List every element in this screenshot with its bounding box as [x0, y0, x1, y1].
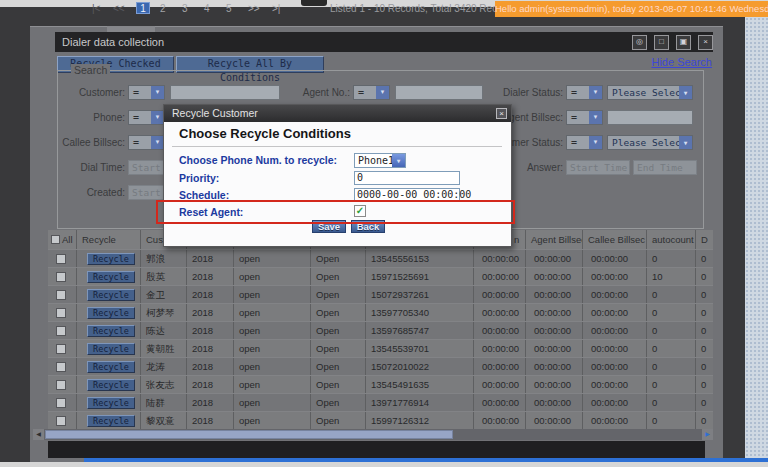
agent-billsec-operator-select[interactable]: =▼ [566, 110, 603, 125]
cell-year: 2018 [186, 340, 233, 357]
cell-autocount: 0 [646, 394, 695, 411]
cell-recycle: Recycle [76, 412, 140, 429]
cell-select [48, 412, 76, 429]
phone-num-select[interactable]: Phone1 ▼ [354, 153, 406, 168]
cell-status-open: open [233, 340, 310, 357]
restore-icon[interactable]: □ [654, 35, 669, 50]
cell-clipped: 0 [695, 376, 713, 393]
close-icon[interactable]: × [698, 35, 713, 50]
pager-last[interactable]: >| [272, 0, 280, 17]
cell-status-open2: Open [310, 286, 365, 303]
cell-status-open: open [233, 376, 310, 393]
pager-prev[interactable]: << [113, 0, 125, 17]
agent-billsec-input[interactable] [607, 110, 693, 125]
recycle-button[interactable]: Recycle [87, 343, 135, 355]
cell-agent-billsec: 00:00:00 [525, 394, 582, 411]
row-checkbox[interactable] [56, 380, 66, 390]
recycle-button[interactable]: Recycle [87, 397, 135, 409]
answer-end-input[interactable]: End Time [633, 160, 697, 175]
cell-clipped: 0 [695, 412, 713, 429]
scroll-right-icon[interactable]: ▶ [702, 429, 713, 440]
cell-agent-billsec: 00:00:00 [525, 358, 582, 375]
modal-close-icon[interactable]: × [496, 108, 507, 119]
table-row: Recycle殷英2018openOpen1597152569100:00:00… [48, 267, 713, 285]
recycle-button[interactable]: Recycle [87, 253, 135, 265]
cell-status-open2: Open [310, 412, 365, 429]
cell-status-open2: Open [310, 394, 365, 411]
cell-duration: 00:00:00 [473, 412, 525, 429]
phone-operator-select[interactable]: =▼ [128, 110, 165, 125]
recycle-button[interactable]: Recycle [87, 379, 135, 391]
select-all-checkbox[interactable] [51, 235, 60, 244]
table-row: Recycle黎双意2018openOpen1599712631200:00:0… [48, 411, 713, 429]
cell-customer: 黎双意 [140, 412, 186, 429]
cell-phone: 13597685747 [365, 322, 473, 339]
screen: Hello admin(systemadmin), today 2013-08-… [0, 0, 768, 467]
row-checkbox[interactable] [56, 254, 66, 264]
dialer-status-select[interactable]: Please Select▼ [607, 85, 693, 100]
recycle-button[interactable]: Recycle [87, 361, 135, 373]
answer-start-input[interactable]: Start Time [566, 160, 630, 175]
cell-status-open2: Open [310, 322, 365, 339]
cell-status-open2: Open [310, 304, 365, 321]
scrollbar-thumb[interactable] [45, 430, 453, 439]
pager-page-4[interactable]: 4 [204, 0, 210, 17]
cell-select [48, 322, 76, 339]
cell-callee-billsec: 00:00:00 [582, 412, 646, 429]
customer-input[interactable] [170, 85, 280, 100]
row-checkbox[interactable] [56, 272, 66, 282]
pager-first[interactable]: |< [92, 0, 100, 17]
customer-operator-select[interactable]: =▼ [128, 85, 165, 100]
dialer-status-operator-select[interactable]: =▼ [566, 85, 603, 100]
table-row: Recycle陆群2018openOpen1397177691400:00:00… [48, 393, 713, 411]
hide-search-link[interactable]: Hide Search [646, 56, 712, 70]
recycle-button[interactable]: Recycle [87, 325, 135, 337]
cell-customer: 殷英 [140, 268, 186, 285]
callee-billsec-operator-select[interactable]: =▼ [128, 135, 165, 150]
customer-status-select[interactable]: Please Select▼ [607, 135, 693, 150]
cell-autocount: 0 [646, 358, 695, 375]
cell-autocount: 0 [646, 376, 695, 393]
row-checkbox[interactable] [56, 362, 66, 372]
pager-page-3[interactable]: 3 [182, 0, 188, 17]
table-row: Recycle郭浪2018openOpen1354555615300:00:00… [48, 249, 713, 267]
cell-recycle: Recycle [76, 250, 140, 267]
settings-icon[interactable]: ◎ [632, 35, 647, 50]
cell-customer: 黄朝胜 [140, 340, 186, 357]
row-checkbox[interactable] [56, 416, 66, 426]
cell-year: 2018 [186, 304, 233, 321]
cell-phone: 15072937261 [365, 286, 473, 303]
cell-recycle: Recycle [76, 340, 140, 357]
cell-agent-billsec: 00:00:00 [525, 304, 582, 321]
cell-status-open: open [233, 250, 310, 267]
row-checkbox[interactable] [56, 290, 66, 300]
row-checkbox[interactable] [56, 398, 66, 408]
row-checkbox[interactable] [56, 308, 66, 318]
maximize-icon[interactable]: ▣ [676, 35, 691, 50]
pager-next[interactable]: >> [248, 0, 260, 17]
pager-page-1-active[interactable]: 1 [136, 2, 150, 14]
cell-callee-billsec: 00:00:00 [582, 286, 646, 303]
agent-no-operator-select[interactable]: =▼ [353, 85, 390, 100]
pager-page-5[interactable]: 5 [226, 0, 232, 17]
priority-input[interactable]: 0 [354, 171, 460, 185]
recycle-button[interactable]: Recycle [87, 415, 135, 427]
cell-autocount: 0 [646, 250, 695, 267]
cell-select [48, 358, 76, 375]
row-checkbox[interactable] [56, 326, 66, 336]
cell-agent-billsec: 00:00:00 [525, 286, 582, 303]
customer-status-operator-select[interactable]: =▼ [566, 135, 603, 150]
recycle-button[interactable]: Recycle [87, 307, 135, 319]
chevron-down-icon: ▼ [589, 111, 602, 124]
row-checkbox[interactable] [56, 344, 66, 354]
cell-duration: 00:00:00 [473, 322, 525, 339]
recycle-button[interactable]: Recycle [87, 289, 135, 301]
cell-clipped: 0 [695, 268, 713, 285]
cell-phone: 15971525691 [365, 268, 473, 285]
scroll-left-icon[interactable]: ◀ [33, 429, 44, 440]
cell-duration: 00:00:00 [473, 340, 525, 357]
cell-phone: 13545491635 [365, 376, 473, 393]
recycle-button[interactable]: Recycle [87, 271, 135, 283]
pager-page-2[interactable]: 2 [160, 0, 166, 17]
cell-duration: 00:00:00 [473, 250, 525, 267]
